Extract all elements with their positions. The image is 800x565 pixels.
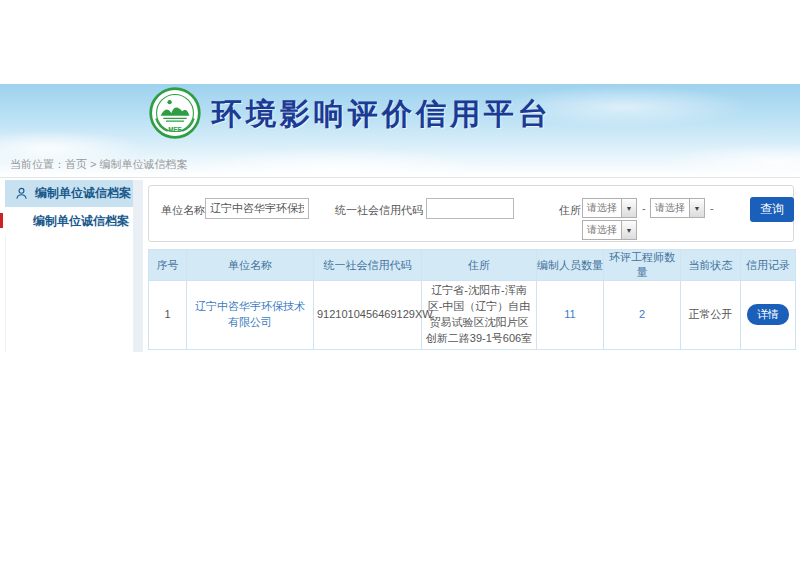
search-panel: 单位名称 ： 统一社会信用代码 ： 住所 ： 请选择 ▼ - 请选择 ▼ - 请… (148, 185, 794, 242)
col-header-name: 单位名称 (187, 250, 314, 281)
page-title: 环境影响评价信用平台 (212, 94, 552, 135)
address-dash-2: - (710, 202, 714, 214)
cell-index: 1 (149, 281, 187, 350)
chevron-down-icon: ▼ (621, 221, 636, 239)
sidebar-section-label: 编制单位诚信档案 (35, 185, 131, 202)
sidebar-item-label: 编制单位诚信档案 (33, 213, 129, 230)
query-button[interactable]: 查询 (750, 197, 794, 222)
chevron-down-icon: ▼ (689, 199, 704, 217)
page: MEE 环境影响评价信用平台 当前位置：首页 > 编制单位诚信档案 编制单位诚信… (0, 0, 800, 565)
active-item-marker (0, 213, 3, 228)
district-select[interactable]: 请选择 ▼ (582, 220, 637, 240)
header-divider (0, 177, 800, 178)
col-header-credit-record: 信用记录 (741, 250, 796, 281)
col-header-status: 当前状态 (681, 250, 741, 281)
table-header-row: 序号 单位名称 统一社会信用代码 住所 编制人员数量 环评工程师数量 当前状态 … (149, 250, 796, 281)
col-header-address: 住所 (422, 250, 537, 281)
staff-count-link[interactable]: 11 (564, 308, 575, 320)
credit-code-input[interactable] (426, 198, 514, 219)
sidebar-scroll-strip (133, 180, 143, 352)
cell-status: 正常公开 (681, 281, 741, 350)
col-header-staff-count: 编制人员数量 (537, 250, 604, 281)
col-header-credit-code: 统一社会信用代码 (314, 250, 422, 281)
company-name-link[interactable]: 辽宁中咨华宇环保技术有限公司 (195, 300, 305, 328)
table-row: 1 辽宁中咨华宇环保技术有限公司 9121010456469129XW 辽宁省-… (149, 281, 796, 350)
province-select[interactable]: 请选择 ▼ (582, 198, 637, 218)
chevron-down-icon: ▼ (621, 199, 636, 217)
unit-name-input[interactable] (205, 198, 309, 219)
breadcrumb-home-link[interactable]: 首页 (65, 158, 87, 170)
user-icon (15, 187, 28, 200)
results-table: 序号 单位名称 统一社会信用代码 住所 编制人员数量 环评工程师数量 当前状态 … (148, 249, 796, 350)
breadcrumb: 当前位置：首页 > 编制单位诚信档案 (10, 157, 188, 172)
engineer-count-link[interactable]: 2 (639, 308, 645, 320)
sidebar-item-credit-archive[interactable]: 编制单位诚信档案 (5, 207, 133, 235)
col-header-index: 序号 (149, 250, 187, 281)
breadcrumb-current: 编制单位诚信档案 (100, 158, 188, 170)
breadcrumb-prefix: 当前位置： (10, 158, 65, 170)
cell-credit-code: 9121010456469129XW (314, 281, 422, 350)
col-header-engineer-count: 环评工程师数量 (604, 250, 681, 281)
credit-code-label: 统一社会信用代码 ： (335, 203, 437, 218)
address-dash-1: - (642, 202, 646, 214)
city-select[interactable]: 请选择 ▼ (650, 198, 705, 218)
detail-button[interactable]: 详情 (747, 304, 789, 325)
svg-text:MEE: MEE (168, 126, 182, 133)
breadcrumb-separator: > (90, 158, 96, 170)
sidebar-section-header[interactable]: 编制单位诚信档案 (5, 180, 133, 207)
cell-address: 辽宁省-沈阳市-浑南区-中国（辽宁）自由贸易试验区沈阳片区创新二路39-1号60… (422, 281, 537, 350)
mee-logo-icon: MEE (148, 86, 202, 140)
